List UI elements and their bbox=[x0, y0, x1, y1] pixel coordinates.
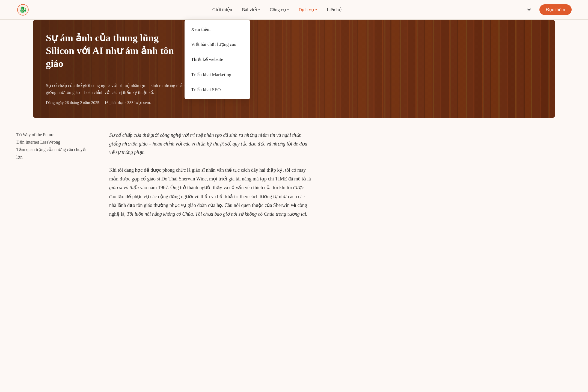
chevron-down-icon: ▾ bbox=[258, 7, 260, 12]
dropdown-item-seo[interactable]: Triển khai SEO bbox=[185, 82, 250, 97]
main-nav: Giới thiệu Bài viết ▾ Công cụ ▾ Dịch vụ … bbox=[212, 6, 341, 13]
nav-item-dich-vu[interactable]: Dịch vụ ▾ bbox=[299, 6, 317, 13]
sidebar-item-2[interactable]: Đến Internet LessWrong bbox=[16, 138, 93, 146]
article-sidebar: Từ Way of the Future Đến Internet LessWr… bbox=[16, 131, 93, 219]
italic-phrase-2: Tôi luôn nói rằng không có Chúa. Tôi chư… bbox=[127, 211, 307, 217]
sidebar-item-1[interactable]: Từ Way of the Future bbox=[16, 131, 93, 138]
nav-item-cong-cu[interactable]: Công cụ ▾ bbox=[270, 6, 289, 13]
header-actions: ☀ Đọc thêm bbox=[524, 4, 572, 15]
italic-phrase-1: giáo sĩ vô thần bbox=[109, 185, 139, 190]
dropdown-item-viet-bai[interactable]: Viết bài chất lượng cao bbox=[185, 37, 250, 52]
logo[interactable]: 🐉 bbox=[16, 3, 29, 16]
article-intro: Sự cố chấp của thế giới công nghệ với tr… bbox=[109, 131, 311, 157]
hero-wrapper: Sự ám ảnh của thung lũng Silicon với AI … bbox=[0, 20, 588, 118]
hero-content: Sự ám ảnh của thung lũng Silicon với AI … bbox=[33, 20, 555, 118]
chevron-down-icon: ▾ bbox=[287, 7, 289, 12]
read-more-button[interactable]: Đọc thêm bbox=[539, 4, 572, 15]
theme-toggle-button[interactable]: ☀ bbox=[524, 5, 534, 15]
hero-title: Sự ám ảnh của thung lũng Silicon với AI … bbox=[46, 32, 177, 70]
chevron-down-icon: ▾ bbox=[315, 7, 317, 12]
nav-item-lien-he[interactable]: Liên hệ bbox=[327, 6, 341, 13]
nav-item-bai-viet[interactable]: Bài viết ▾ bbox=[242, 6, 260, 13]
article-paragraph-1: Khi tôi đang học để được phong chức là g… bbox=[109, 166, 311, 219]
svg-text:🐉: 🐉 bbox=[19, 6, 27, 13]
article-body-main: Sự cố chấp của thế giới công nghệ với tr… bbox=[109, 131, 311, 219]
article-area: Từ Way of the Future Đến Internet LessWr… bbox=[0, 118, 328, 232]
dropdown-item-thiet-ke[interactable]: Thiết kế website bbox=[185, 52, 250, 67]
dich-vu-dropdown: Xem thêm Viết bài chất lượng cao Thiết k… bbox=[185, 20, 250, 99]
header: 🐉 Giới thiệu Bài viết ▾ Công cụ ▾ Dịch v… bbox=[0, 0, 588, 20]
dropdown-item-marketing[interactable]: Triển khai Marketing bbox=[185, 67, 250, 82]
hero-meta: Đăng ngày 26 tháng 2 năm 2025. 16 phút đ… bbox=[46, 99, 542, 106]
sidebar-item-3[interactable]: Tầm quan trọng của những câu chuyện lớn bbox=[16, 146, 93, 161]
hero-section: Sự ám ảnh của thung lũng Silicon với AI … bbox=[33, 20, 555, 118]
dropdown-item-xem-them[interactable]: Xem thêm bbox=[185, 22, 250, 37]
nav-item-gioi-thieu[interactable]: Giới thiệu bbox=[212, 6, 232, 13]
